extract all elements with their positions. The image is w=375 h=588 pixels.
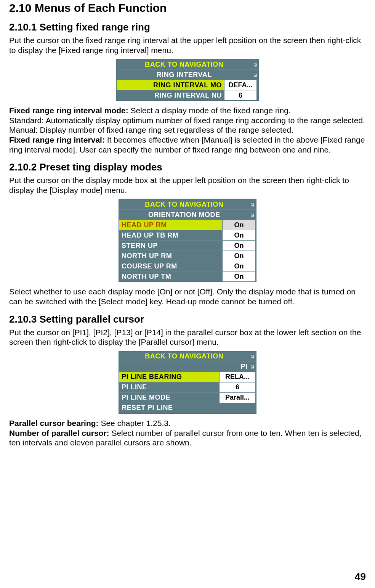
menu-value: On — [222, 261, 255, 271]
text: Select a display mode of the fixed range… — [128, 106, 291, 115]
menu-screenshot-pi: BACK TO NAVIGATION ◪ PI ◪ PI LINE BEARIN… — [9, 351, 366, 414]
menu-screenshot-orientation-mode: BACK TO NAVIGATION ◪ ORIENTATION MODE ◪ … — [9, 199, 366, 282]
menu-value: RELA... — [219, 372, 255, 382]
pi-menu: BACK TO NAVIGATION ◪ PI ◪ PI LINE BEARIN… — [119, 351, 256, 414]
menu-value: On — [222, 241, 255, 251]
text-bold: Fixed range ring interval: — [9, 135, 105, 144]
arrow-icon: ◪ — [249, 352, 256, 361]
text: Standard: Automatically display optimum … — [9, 116, 365, 125]
menu-item-ring-interval-mode[interactable]: RING INTERVAL MO DEFA... — [117, 80, 258, 90]
arrow-icon: ◪ — [252, 59, 258, 69]
menu-item-north-up-rm[interactable]: NORTH UP RM On — [119, 251, 256, 261]
subsection-heading-2-10-1: 2.10.1 Setting fixed range ring — [9, 21, 366, 33]
menu-label: HEAD UP TB RM — [119, 230, 222, 240]
arrow-icon: ◪ — [252, 70, 258, 80]
paragraph: Put the cursor on the display mode box a… — [9, 175, 366, 195]
menu-item-back[interactable]: BACK TO NAVIGATION ◪ — [119, 199, 256, 209]
menu-label: PI — [119, 362, 249, 372]
paragraph: Fixed range ring interval mode: Select a… — [9, 106, 366, 154]
menu-label: PI LINE — [119, 382, 219, 392]
arrow-icon: ◪ — [249, 362, 256, 372]
menu-item-back[interactable]: BACK TO NAVIGATION ◪ — [117, 59, 258, 69]
menu-item-head-up-tb-rm[interactable]: HEAD UP TB RM On — [119, 230, 256, 240]
paragraph: Select whether to use each display mode … — [9, 287, 366, 306]
menu-label: RING INTERVAL MO — [117, 80, 224, 90]
text-bold: Number of parallel cursor: — [9, 429, 109, 437]
menu-item-ring-interval-number[interactable]: RING INTERVAL NU 6 — [117, 90, 258, 100]
menu-item-pi-line-bearing[interactable]: PI LINE BEARING RELA... — [119, 372, 256, 382]
subsection-heading-2-10-2: 2.10.2 Preset ting display modes — [9, 161, 366, 173]
paragraph: Parallel cursor bearing: See chapter 1.2… — [9, 418, 366, 448]
text: See chapter 1.25.3. — [99, 419, 171, 427]
menu-item-pi-line-mode[interactable]: PI LINE MODE Parall... — [119, 392, 256, 403]
menu-label: BACK TO NAVIGATION — [117, 59, 252, 69]
text-bold: Fixed range ring interval mode: — [9, 106, 128, 115]
menu-value: On — [222, 220, 255, 230]
menu-label: STERN UP — [119, 241, 222, 251]
arrow-icon: ◪ — [249, 199, 256, 209]
menu-value: On — [222, 251, 255, 261]
ring-interval-menu: BACK TO NAVIGATION ◪ RING INTERVAL ◪ RIN… — [116, 59, 259, 101]
menu-value: On — [222, 230, 255, 240]
section-heading-2-10: 2.10 Menus of Each Function — [9, 2, 366, 14]
document-page: 2.10 Menus of Each Function 2.10.1 Setti… — [0, 0, 375, 588]
text: Manual: Display number of fixed range ri… — [9, 125, 293, 134]
menu-item-head-up-rm[interactable]: HEAD UP RM On — [119, 220, 256, 230]
menu-value: On — [222, 272, 255, 281]
paragraph: Put the cursor on the fixed range ring i… — [9, 35, 366, 55]
menu-item-reset-pi-line[interactable]: RESET PI LINE — [119, 403, 256, 413]
menu-value: DEFA... — [224, 80, 256, 90]
menu-header: ORIENTATION MODE ◪ — [119, 209, 256, 220]
menu-item-pi-line[interactable]: PI LINE 6 — [119, 382, 256, 392]
menu-label: PI LINE BEARING — [119, 372, 219, 382]
menu-label: RING INTERVAL NU — [117, 90, 224, 100]
menu-label: RING INTERVAL — [117, 70, 252, 80]
menu-item-back[interactable]: BACK TO NAVIGATION ◪ — [119, 352, 256, 361]
menu-value: Parall... — [219, 393, 255, 403]
menu-value: 6 — [219, 382, 255, 392]
menu-label: PI LINE MODE — [119, 393, 219, 403]
menu-label: BACK TO NAVIGATION — [119, 352, 249, 361]
menu-label: NORTH UP RM — [119, 251, 222, 261]
arrow-icon: ◪ — [249, 210, 256, 220]
paragraph: Put the cursor on [PI1], [PI2], [P13] or… — [9, 328, 366, 347]
orientation-mode-menu: BACK TO NAVIGATION ◪ ORIENTATION MODE ◪ … — [119, 199, 256, 282]
menu-value: 6 — [224, 90, 256, 100]
menu-label: COURSE UP RM — [119, 261, 222, 271]
menu-label: BACK TO NAVIGATION — [119, 199, 249, 209]
menu-label: RESET PI LINE — [119, 403, 219, 413]
page-number: 49 — [355, 571, 366, 583]
subsection-heading-2-10-3: 2.10.3 Setting parallel cursor — [9, 313, 366, 325]
menu-item-course-up-rm[interactable]: COURSE UP RM On — [119, 261, 256, 271]
menu-label: NORTH UP TM — [119, 272, 222, 281]
menu-screenshot-ring-interval: BACK TO NAVIGATION ◪ RING INTERVAL ◪ RIN… — [9, 59, 366, 101]
menu-item-north-up-tm[interactable]: NORTH UP TM On — [119, 271, 256, 281]
menu-label: HEAD UP RM — [119, 220, 222, 230]
menu-header: RING INTERVAL ◪ — [117, 69, 258, 80]
text-bold: Parallel cursor bearing: — [9, 419, 99, 427]
menu-label: ORIENTATION MODE — [119, 210, 249, 220]
menu-header: PI ◪ — [119, 361, 256, 372]
menu-item-stern-up[interactable]: STERN UP On — [119, 240, 256, 251]
